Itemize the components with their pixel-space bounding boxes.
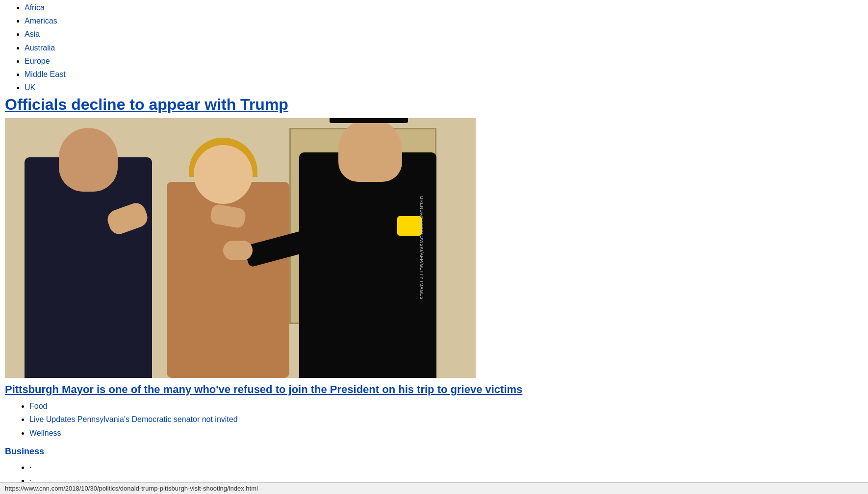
politics-sub-list: Food Live Updates Pennsylvania's Democra…	[5, 399, 868, 440]
photo-credit: BRENDAN SMIALOWSKI/AFP/GETTY IMAGES	[420, 196, 425, 299]
article-image: BRENDAN SMIALOWSKI/AFP/GETTY IMAGES	[5, 118, 476, 378]
nav-item-middle-east[interactable]: Middle East	[25, 68, 868, 81]
figure-suit-head	[59, 128, 118, 192]
figure-police-body	[299, 152, 436, 378]
url-display: https://www.cnn.com/2018/10/30/politics/…	[5, 485, 258, 492]
world-nav-list: Africa Americas Asia Australia Europe Mi…	[10, 1, 868, 94]
police-hand	[223, 241, 253, 260]
politics-sub-item-wellness[interactable]: Wellness	[29, 426, 868, 440]
page-layout: Africa Americas Asia Australia Europe Mi…	[0, 0, 868, 494]
nav-link-wellness[interactable]: Wellness	[29, 429, 61, 437]
figure-woman-head	[194, 145, 253, 204]
sub-headline-1-link[interactable]: Pittsburgh Mayor is one of the many who'…	[5, 383, 868, 397]
figure-police-head	[338, 118, 402, 182]
nav-link-americas[interactable]: Americas	[25, 17, 57, 25]
article-image-container: BRENDAN SMIALOWSKI/AFP/GETTY IMAGES	[5, 118, 476, 378]
police-badge	[397, 216, 422, 236]
business-sub-1: ·	[29, 461, 868, 474]
nav-link-europe[interactable]: Europe	[25, 57, 50, 65]
main-headline-link[interactable]: Officials decline to appear with Trump	[5, 95, 868, 114]
sub-headline-2-link[interactable]: Live Updates Pennsylvania's Democratic s…	[29, 415, 238, 423]
status-bar: https://www.cnn.com/2018/10/30/politics/…	[0, 482, 868, 494]
nav-link-australia[interactable]: Australia	[25, 44, 55, 52]
nav-item-asia[interactable]: Asia	[25, 27, 868, 41]
nav-item-uk[interactable]: UK	[25, 81, 868, 94]
nav-item-europe[interactable]: Europe	[25, 54, 868, 68]
politics-sub-item-live[interactable]: Live Updates Pennsylvania's Democratic s…	[29, 413, 868, 426]
nav-link-asia[interactable]: Asia	[25, 30, 40, 38]
nav-item-australia[interactable]: Australia	[25, 41, 868, 54]
nav-link-africa[interactable]: Africa	[25, 3, 45, 12]
politics-sub-item-food[interactable]: Food	[29, 399, 868, 413]
world-nav-section: Africa Americas Asia Australia Europe Mi…	[0, 0, 868, 95]
police-cap	[330, 118, 408, 123]
main-content: Officials decline to appear with Trump	[0, 95, 868, 494]
nav-item-americas[interactable]: Americas	[25, 14, 868, 27]
nav-link-uk[interactable]: UK	[25, 83, 35, 92]
nav-item-africa[interactable]: Africa	[25, 1, 868, 14]
nav-link-food[interactable]: Food	[29, 402, 47, 410]
business-link[interactable]: Business	[5, 446, 44, 457]
nav-link-middle-east[interactable]: Middle East	[25, 70, 66, 78]
